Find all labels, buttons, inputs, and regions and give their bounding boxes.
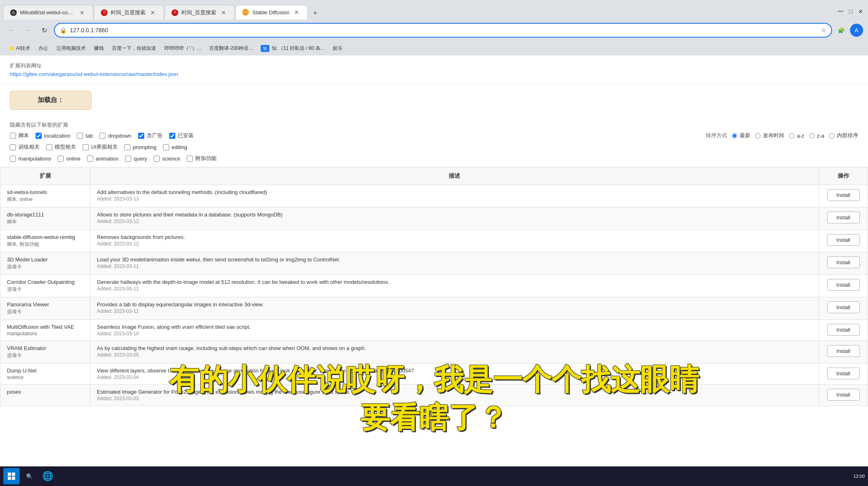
profile-button[interactable]: A [850,24,863,37]
extensions-table: 扩展 描述 操作 sd-webui-tunnels脚本, onlineAdd a… [0,167,868,406]
sort-label: 排序方式 [706,132,727,139]
extensions-button[interactable]: 🧩 [835,25,847,36]
refresh-button[interactable]: ↻ [38,24,51,37]
filter-editing[interactable]: editing [163,144,187,150]
filter-dropdown[interactable]: dropdown [99,133,131,139]
table-row: db-storage1111脚本Allows to store pictures… [0,207,868,230]
bookmark-earn[interactable]: 赚钱 [91,44,107,53]
table-row: MultiDiffusion with Tiled VAEmanipulatio… [0,320,868,341]
filter-row-2: 训练相关 模型相关 UI界面相关 prompting editing [10,143,858,151]
ext-desc: Add alternatives to the default tunnelin… [97,189,812,195]
taskbar-chrome[interactable]: 🌐 [39,468,56,484]
filter-ui[interactable]: UI界面相关 [83,143,118,151]
restore-button[interactable]: □ [848,7,854,16]
tab-stablediffusion[interactable]: SD Stable Diffusion ✕ [235,5,308,20]
filter-jiaoben-check[interactable] [10,133,16,139]
svg-rect-0 [8,473,11,476]
table-row: Corridor Crawler Outpainting选项卡Generate … [0,275,868,297]
filter-guanggao[interactable]: 含广告 [138,132,163,139]
filter-label: 隐藏含有以下标签的扩展 [10,121,858,129]
close-button[interactable]: ✕ [857,7,865,16]
tab-close-sd[interactable]: ✕ [293,8,301,16]
filter-dropdown-check[interactable] [99,133,105,139]
install-button[interactable]: Install [827,189,860,201]
bookmark-zhihu[interactable]: 知 知 （11 封私信 / 80 条... [257,44,328,53]
bookmark-entertainment[interactable]: 娱乐 [329,44,346,53]
install-button[interactable]: Install [827,389,860,401]
table-row: VRAM Estimator选项卡As by calculating the h… [0,341,868,363]
bookmark-baidu[interactable]: 百度一下，你就知道 [109,44,159,53]
filter-jiaoben[interactable]: 脚本 [10,132,29,139]
address-bar[interactable]: 🔒 127.0.0.1:7860 ☆ [54,23,832,38]
filter-tab-check[interactable] [77,133,83,139]
minimize-button[interactable]: ─ [837,5,845,17]
install-button[interactable]: Install [827,345,860,357]
filter-section: 隐藏含有以下标签的扩展 脚本 localization tab [0,116,868,167]
bookmark-icon[interactable]: ☆ [821,27,826,33]
tab-baidu2[interactable]: 百 时间_百度搜索 ✕ [165,5,235,20]
bookmark-translate[interactable]: 百度翻译-200种语... [206,44,256,53]
tab-baidu1[interactable]: 百 时间_百度搜索 ✕ [94,5,164,20]
bookmark-ai[interactable]: ⭐ AI技术 [5,44,34,53]
filter-fujia[interactable]: 附加功能 [187,155,217,162]
install-button[interactable]: Install [827,279,860,291]
filter-moxing[interactable]: 模型相关 [46,143,76,151]
filter-row-1: 脚本 localization tab dropdown [10,132,194,139]
filter-installed[interactable]: 已安装 [169,132,194,139]
bookmark-bibi[interactable]: 哔哔哔哔（'·'）... [161,44,204,53]
bookmark-computer[interactable]: 泛用电脑技术 [53,44,89,53]
filter-manipulations[interactable]: manipulations [10,156,51,162]
sort-fabu[interactable]: 发布时间 [755,132,784,139]
load-button[interactable]: 加载自： [10,91,92,110]
install-button[interactable]: Install [827,256,860,268]
svg-rect-1 [12,473,15,476]
filter-installed-check[interactable] [169,133,175,139]
install-button[interactable]: Install [827,324,860,336]
ext-name: VRAM Estimator [7,345,83,351]
load-section: 加载自： [0,84,868,116]
bookmark-office[interactable]: 办公 [35,44,51,53]
taskbar-search[interactable]: 🔍 [21,468,38,484]
filter-row-3: manipulations online animation query sci… [10,155,858,162]
filter-prompting[interactable]: prompting [124,144,157,150]
col-header-ext: 扩展 [0,167,90,185]
sort-az[interactable]: a-z [789,133,804,139]
sort-zuixin[interactable]: 最新 [732,132,750,139]
filter-science[interactable]: science [154,156,180,162]
new-tab-button[interactable]: + [309,7,322,20]
table-row: 3D Model Loader选项卡Load your 3D model/ani… [0,252,868,275]
ext-url-link[interactable]: https://gitee.com/akegarasu/sd-webui-ext… [10,71,178,77]
install-button[interactable]: Install [827,368,860,379]
filter-xunlian[interactable]: 训练相关 [10,143,40,151]
install-button[interactable]: Install [827,212,860,223]
tab-close-baidu1[interactable]: ✕ [149,9,157,17]
ext-tags: 脚本, online [7,196,83,203]
filter-animation[interactable]: animation [87,156,119,162]
start-button[interactable] [3,468,20,484]
install-button[interactable]: Install [827,234,860,246]
filter-localization-check[interactable] [36,133,42,139]
ext-name: 3D Model Loader [7,256,83,263]
install-button[interactable]: Install [827,301,860,313]
filter-online[interactable]: online [58,156,81,162]
tab-github[interactable]: G Mikubill/sd-webui-controlnet ✕ [3,5,93,20]
table-row: stable-diffusion-webui-rembg脚本, 附加功能Remo… [0,230,868,252]
forward-button[interactable]: → [21,24,34,37]
filter-localization[interactable]: localization [36,133,70,139]
sort-neibu[interactable]: 内部排序 [829,132,858,139]
filter-guanggao-check[interactable] [138,133,144,139]
tab-bar: G Mikubill/sd-webui-controlnet ✕ 百 时间_百度… [0,0,868,20]
ext-url-section: 扩展列表网址 https://gitee.com/akegarasu/sd-we… [0,56,868,84]
tab-close-baidu2[interactable]: ✕ [219,9,228,17]
filter-query[interactable]: query [125,156,147,162]
table-row: sd-webui-tunnels脚本, onlineAdd alternativ… [0,185,868,207]
ext-name: MultiDiffusion with Tiled VAE [7,324,83,330]
ext-desc: Generate hallways with the depth-to-imag… [97,279,812,285]
sort-za[interactable]: z-a [809,133,824,139]
back-button[interactable]: ← [5,24,18,37]
taskbar: 🔍 🌐 12:00 [0,466,868,486]
ext-date: Added: 2023-03-11 [97,263,812,269]
tab-close-github[interactable]: ✕ [78,9,86,17]
filter-tab[interactable]: tab [77,133,93,139]
ext-tags: 选项卡 [7,308,83,315]
